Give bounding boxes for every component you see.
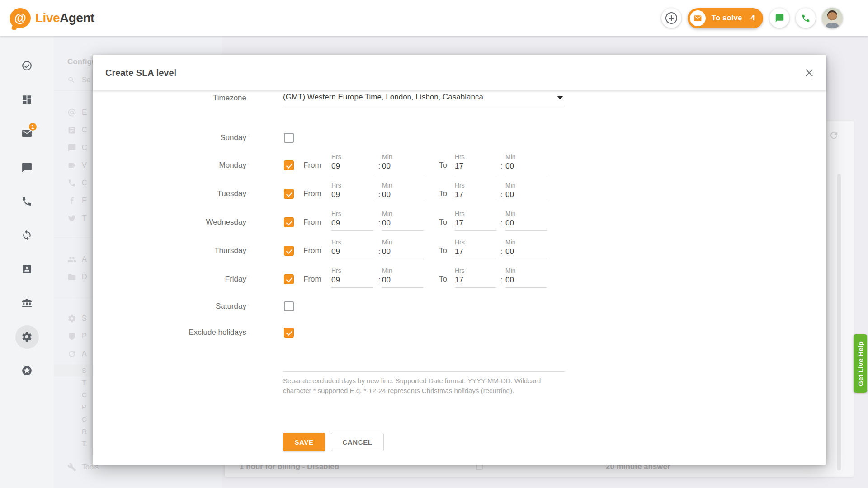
day-checkbox[interactable] xyxy=(284,189,294,199)
get-live-help-tab[interactable]: Get Live Help xyxy=(854,334,867,393)
sla-day-row: Tuesday From Hrs09 : Min00 To Hrs17 : Mi… xyxy=(93,179,826,208)
colon-separator: : xyxy=(499,247,504,256)
check-circle-icon xyxy=(21,60,33,71)
rail-item-sync[interactable] xyxy=(10,218,44,252)
sla-day-row: Wednesday From Hrs09 : Min00 To Hrs17 : … xyxy=(93,208,826,236)
rail-item-bank[interactable] xyxy=(10,286,44,320)
timezone-select[interactable]: (GMT) Western Europe Time, London, Lisbo… xyxy=(283,90,565,105)
min-label: Min xyxy=(505,182,547,189)
to-hours-input[interactable]: 17 xyxy=(455,189,496,202)
rail-item-check-circle[interactable] xyxy=(10,49,44,83)
to-minutes-input[interactable]: 00 xyxy=(505,275,547,288)
hrs-label: Hrs xyxy=(455,267,496,275)
rail-item-phone[interactable] xyxy=(10,184,44,218)
from-label: From xyxy=(303,275,321,284)
envelope-icon xyxy=(693,14,702,23)
colon-separator: : xyxy=(377,247,382,256)
from-hours-input[interactable]: 09 xyxy=(331,246,373,259)
get-live-help-label: Get Live Help xyxy=(857,341,864,386)
rail-item-star[interactable] xyxy=(10,354,44,388)
to-solve-button[interactable]: To solve 4 xyxy=(688,8,763,28)
colon-separator: : xyxy=(499,161,504,170)
from-minutes-input[interactable]: 00 xyxy=(382,161,424,174)
contacts-icon xyxy=(21,263,33,275)
colon-separator: : xyxy=(377,190,382,199)
to-hours-input[interactable]: 17 xyxy=(455,218,496,231)
min-label: Min xyxy=(505,210,547,218)
star-icon xyxy=(21,365,33,376)
bank-icon xyxy=(21,297,33,309)
close-icon[interactable] xyxy=(804,68,814,78)
plus-icon xyxy=(665,12,677,24)
day-label: Wednesday xyxy=(93,218,246,227)
from-minutes-input[interactable]: 00 xyxy=(382,189,424,202)
colon-separator: : xyxy=(499,218,504,227)
day-label: Sunday xyxy=(93,133,246,142)
exclude-holidays-label: Exclude holidays xyxy=(93,328,246,337)
rail-item-contacts[interactable] xyxy=(10,252,44,286)
liveagent-logo[interactable]: @ LiveAgent xyxy=(10,8,94,28)
to-minutes-input[interactable]: 00 xyxy=(505,246,547,259)
timezone-row: Timezone (GMT) Western Europe Time, Lond… xyxy=(93,90,826,107)
min-label: Min xyxy=(505,239,547,246)
sla-day-row: Saturday xyxy=(93,293,826,319)
gear-icon xyxy=(21,331,33,343)
rail-item-dashboard[interactable] xyxy=(10,83,44,117)
chats-button[interactable] xyxy=(769,8,789,28)
hrs-label: Hrs xyxy=(455,182,496,189)
day-label: Monday xyxy=(93,161,246,170)
from-hours-input[interactable]: 09 xyxy=(331,218,373,231)
min-label: Min xyxy=(382,153,424,161)
hrs-label: Hrs xyxy=(455,153,496,161)
hrs-label: Hrs xyxy=(331,239,373,246)
from-hours-input[interactable]: 09 xyxy=(331,275,373,288)
from-label: From xyxy=(303,189,321,198)
to-minutes-input[interactable]: 00 xyxy=(505,161,547,174)
to-hours-input[interactable]: 17 xyxy=(455,246,496,259)
day-checkbox[interactable] xyxy=(284,246,294,256)
create-sla-level-modal: Create SLA level Timezone (GMT) Western … xyxy=(93,55,826,465)
chat-icon xyxy=(775,14,784,23)
cancel-button[interactable]: CANCEL xyxy=(331,433,384,451)
day-checkbox[interactable] xyxy=(284,301,294,311)
from-hours-input[interactable]: 09 xyxy=(331,161,373,174)
calls-button[interactable] xyxy=(796,8,816,28)
to-hours-input[interactable]: 17 xyxy=(455,161,496,174)
hrs-label: Hrs xyxy=(331,210,373,218)
rail-item-gear[interactable] xyxy=(10,320,44,354)
min-label: Min xyxy=(382,182,424,189)
from-label: From xyxy=(303,218,321,227)
to-label: To xyxy=(439,189,447,198)
from-minutes-input[interactable]: 00 xyxy=(382,218,424,231)
chat-icon xyxy=(21,162,33,173)
phone-icon xyxy=(801,14,811,23)
from-label: From xyxy=(303,246,321,255)
min-label: Min xyxy=(382,210,424,218)
phone-icon xyxy=(21,196,33,207)
hrs-label: Hrs xyxy=(331,182,373,189)
day-checkbox[interactable] xyxy=(284,217,294,227)
schedule-days: Sunday Monday From Hrs09 : Min00 To Hrs1… xyxy=(93,125,826,346)
add-new-button[interactable] xyxy=(661,8,681,28)
modal-header: Create SLA level xyxy=(93,55,826,90)
to-minutes-input[interactable]: 00 xyxy=(505,218,547,231)
exclude-holidays-row: Exclude holidays xyxy=(93,319,826,346)
to-solve-count: 4 xyxy=(751,14,755,23)
colon-separator: : xyxy=(377,275,382,284)
from-minutes-input[interactable]: 00 xyxy=(382,275,424,288)
day-checkbox[interactable] xyxy=(284,274,294,284)
chevron-down-icon xyxy=(557,96,563,99)
from-minutes-input[interactable]: 00 xyxy=(382,246,424,259)
exclude-holidays-checkbox[interactable] xyxy=(284,328,294,338)
rail-item-chat[interactable] xyxy=(10,150,44,184)
user-avatar[interactable] xyxy=(822,8,843,28)
from-hours-input[interactable]: 09 xyxy=(331,189,373,202)
to-hours-input[interactable]: 17 xyxy=(455,275,496,288)
excluded-days-textarea[interactable] xyxy=(283,343,565,372)
to-minutes-input[interactable]: 00 xyxy=(505,189,547,202)
day-checkbox[interactable] xyxy=(284,160,294,170)
rail-item-mail[interactable]: 1 xyxy=(10,117,44,150)
sla-day-row: Monday From Hrs09 : Min00 To Hrs17 : Min… xyxy=(93,151,826,179)
day-checkbox[interactable] xyxy=(284,133,294,143)
save-button[interactable]: SAVE xyxy=(283,433,325,451)
